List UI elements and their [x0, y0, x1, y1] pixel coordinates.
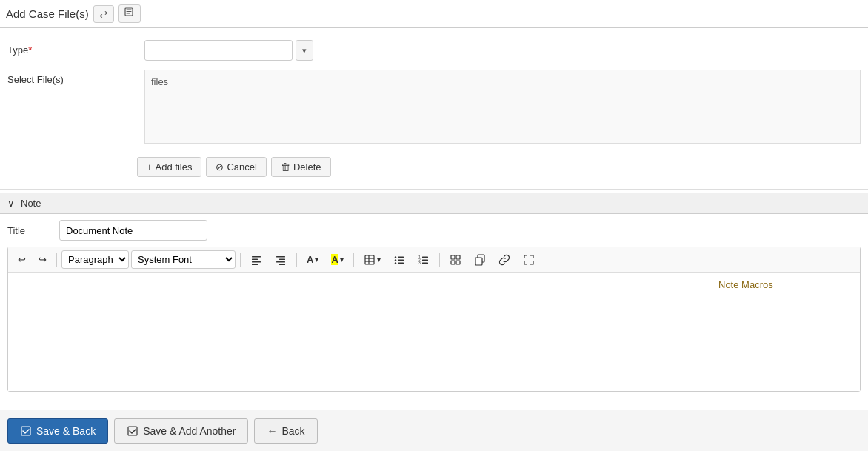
add-files-label: Add files [156, 161, 193, 173]
note-section-title: Note [21, 198, 41, 209]
svg-point-13 [395, 256, 396, 258]
table-chevron: ▾ [377, 255, 381, 264]
back-button[interactable]: ← Back [254, 418, 317, 444]
page-header: Add Case File(s) ⇄ [0, 0, 868, 28]
cancel-button[interactable]: ⊘ Cancel [206, 157, 266, 177]
svg-point-14 [395, 259, 396, 261]
toolbar-sep-5 [439, 253, 440, 267]
highlight-chevron: ▾ [340, 255, 344, 264]
toolbar-sep-3 [296, 253, 297, 267]
fullscreen-button[interactable] [518, 251, 540, 269]
note-macros-title: Note Macros [718, 279, 773, 290]
form-actions: + Add files ⊘ Cancel 🗑 Delete [0, 153, 868, 181]
type-input[interactable] [144, 40, 293, 61]
editor-main: Note Macros [8, 273, 860, 391]
delete-label: Delete [293, 161, 321, 173]
page-footer: Save & Back Save & Add Another ← Back [0, 410, 868, 451]
svg-rect-18 [398, 262, 404, 264]
save-add-another-icon [127, 425, 138, 437]
save-back-label: Save & Back [36, 425, 96, 437]
note-content: Title ↩ ↪ Paragraph Heading 1 Heading 2 [0, 214, 868, 398]
align-left-button[interactable] [245, 251, 267, 269]
page-title: Add Case File(s) [6, 7, 89, 20]
toolbar-sep-1 [56, 253, 57, 267]
svg-rect-24 [422, 262, 428, 264]
editor-container: ↩ ↪ Paragraph Heading 1 Heading 2 System… [7, 247, 861, 392]
select-files-label: Select File(s) [7, 70, 144, 85]
add-files-button[interactable]: + Add files [137, 157, 201, 177]
link-button[interactable] [493, 251, 515, 269]
back-icon: ← [267, 425, 277, 437]
font-color-icon: A [307, 254, 313, 265]
file-area[interactable]: files [144, 70, 861, 144]
svg-rect-25 [451, 255, 455, 259]
svg-rect-6 [279, 258, 285, 260]
toolbar-sep-4 [353, 253, 354, 267]
note-title-row: Title [7, 220, 861, 241]
save-add-another-button[interactable]: Save & Add Another [114, 418, 248, 444]
type-row: Type* ▾ [0, 36, 868, 65]
note-section-header[interactable]: ∨ Note [0, 193, 868, 214]
delete-button[interactable]: 🗑 Delete [271, 157, 331, 177]
svg-rect-9 [365, 255, 374, 264]
redo-button[interactable]: ↪ [33, 251, 52, 268]
delete-icon: 🗑 [281, 161, 290, 173]
copy-button[interactable] [469, 251, 491, 269]
main-content: Type* ▾ Select File(s) files [0, 28, 868, 402]
svg-rect-17 [398, 259, 404, 261]
note-title-input[interactable] [59, 220, 207, 241]
back-label: Back [281, 425, 304, 437]
svg-point-15 [395, 262, 396, 264]
note-collapse-icon: ∨ [7, 198, 15, 209]
cancel-icon: ⊘ [216, 161, 224, 173]
file-area-text: files [151, 76, 168, 87]
svg-rect-5 [276, 256, 285, 258]
save-add-another-label: Save & Add Another [143, 425, 236, 437]
svg-rect-30 [475, 258, 482, 265]
edit-button[interactable] [118, 4, 141, 23]
sync-button[interactable]: ⇄ [93, 5, 114, 23]
note-title-label: Title [7, 225, 52, 236]
svg-rect-7 [276, 261, 285, 263]
undo-button[interactable]: ↩ [13, 251, 31, 268]
type-dropdown-button[interactable]: ▾ [296, 40, 313, 61]
svg-text:3.: 3. [418, 261, 421, 265]
form-section: Type* ▾ Select File(s) files [0, 28, 868, 190]
block-button[interactable] [444, 251, 467, 269]
bullet-list-button[interactable] [388, 251, 410, 269]
svg-rect-27 [451, 261, 455, 264]
save-back-icon [20, 425, 32, 437]
note-macros-panel: Note Macros [712, 273, 860, 391]
file-control-area: files [144, 70, 861, 148]
note-section: ∨ Note Title ↩ ↪ Paragraph Heading 1 [0, 193, 868, 398]
highlight-button[interactable]: A ▾ [326, 251, 348, 268]
svg-rect-16 [398, 256, 404, 258]
svg-rect-2 [252, 258, 258, 260]
highlight-icon: A [331, 254, 338, 265]
type-input-row: ▾ [144, 40, 861, 61]
table-button[interactable]: ▾ [358, 251, 386, 269]
save-back-button[interactable]: Save & Back [7, 418, 108, 444]
svg-rect-28 [456, 261, 460, 264]
font-color-chevron: ▾ [315, 255, 318, 264]
svg-rect-8 [279, 264, 285, 265]
type-control-area: ▾ [144, 40, 861, 61]
type-label: Type* [7, 40, 144, 56]
align-right-button[interactable] [270, 251, 292, 269]
font-color-button[interactable]: A ▾ [301, 251, 324, 268]
cancel-label: Cancel [227, 161, 256, 173]
svg-rect-26 [456, 255, 460, 259]
svg-rect-3 [252, 261, 261, 263]
paragraph-select[interactable]: Paragraph Heading 1 Heading 2 [61, 250, 129, 269]
editor-body[interactable] [8, 273, 712, 391]
required-marker: * [28, 44, 32, 56]
add-files-icon: + [147, 161, 153, 173]
svg-rect-1 [252, 256, 261, 258]
select-files-row: Select File(s) files [0, 65, 868, 153]
svg-rect-23 [422, 259, 428, 261]
svg-rect-4 [252, 264, 258, 265]
numbered-list-button[interactable]: 1.2.3. [413, 251, 435, 269]
font-select[interactable]: System Font Arial Times New Roman [131, 250, 236, 269]
svg-rect-22 [422, 256, 428, 258]
editor-toolbar: ↩ ↪ Paragraph Heading 1 Heading 2 System… [8, 247, 860, 273]
